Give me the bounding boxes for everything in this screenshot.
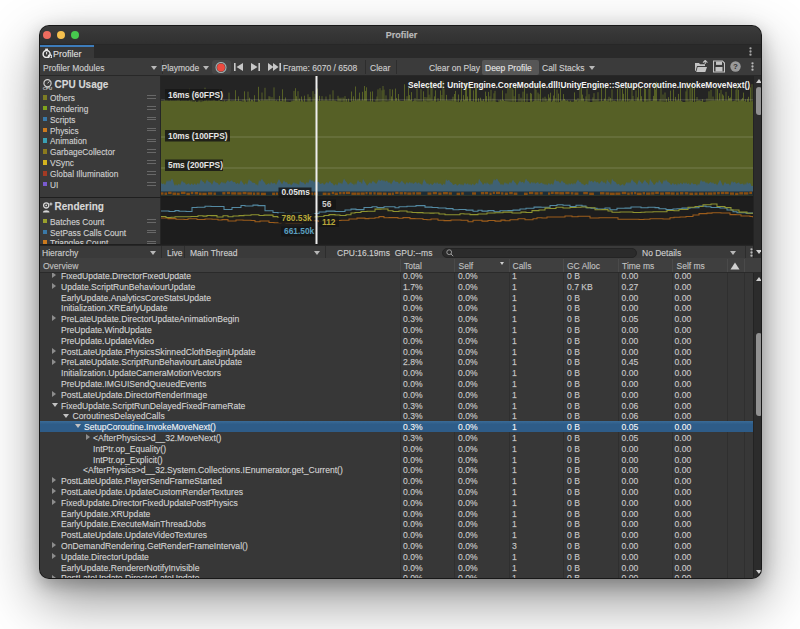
svg-text:16ms (60FPS): 16ms (60FPS): [168, 90, 223, 100]
svg-text:10ms (100FPS): 10ms (100FPS): [168, 131, 228, 141]
svg-text:0.05ms: 0.05ms: [282, 187, 311, 197]
svg-text:?: ?: [733, 62, 738, 71]
svg-text:CPU: CPU: [42, 86, 51, 90]
svg-text:780.53k: 780.53k: [282, 213, 313, 223]
svg-text:112: 112: [322, 217, 336, 227]
svg-text:Selected: UnityEngine.CoreModu: Selected: UnityEngine.CoreModule.dll!Uni…: [408, 80, 750, 90]
svg-text:661.50k: 661.50k: [284, 226, 315, 236]
svg-text:5ms (200FPS): 5ms (200FPS): [168, 160, 223, 170]
svg-text:56: 56: [322, 199, 332, 209]
